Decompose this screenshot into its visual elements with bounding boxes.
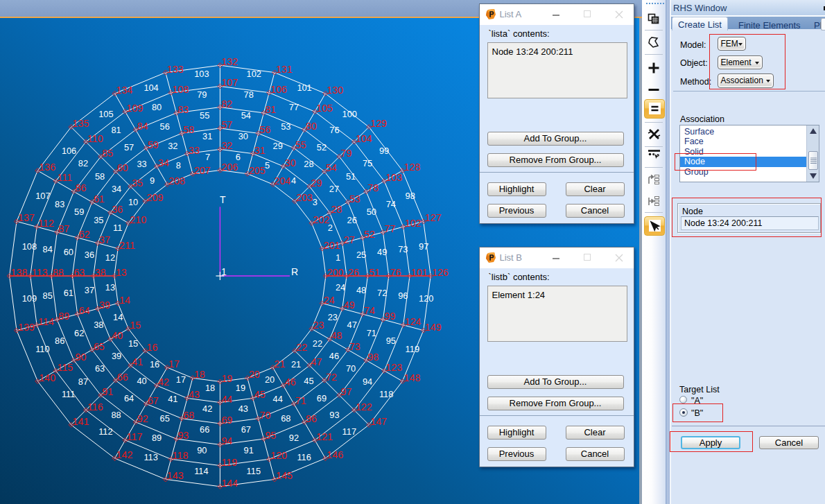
svg-text:26: 26: [347, 215, 357, 225]
svg-text:70: 70: [346, 363, 356, 374]
svg-text:90: 90: [197, 445, 207, 455]
svg-text:83: 83: [177, 104, 189, 115]
svg-text:85: 85: [43, 290, 53, 301]
svg-text:43: 43: [189, 389, 200, 400]
svg-text:61: 61: [64, 288, 73, 298]
svg-text:73: 73: [398, 244, 408, 254]
svg-text:62: 62: [79, 229, 90, 240]
svg-text:84: 84: [137, 121, 148, 132]
svg-text:124: 124: [405, 316, 422, 327]
svg-text:15: 15: [130, 320, 141, 331]
svg-text:144: 144: [221, 478, 238, 489]
svg-text:122: 122: [356, 401, 372, 412]
svg-text:102: 102: [247, 69, 261, 79]
svg-text:5: 5: [265, 160, 270, 171]
svg-text:89: 89: [58, 311, 69, 322]
svg-text:111: 111: [62, 389, 75, 399]
svg-text:123: 123: [385, 362, 402, 373]
svg-text:10: 10: [128, 197, 138, 207]
svg-text:24: 24: [336, 282, 345, 293]
svg-text:92: 92: [137, 413, 148, 424]
svg-text:4: 4: [291, 175, 296, 186]
svg-text:132: 132: [221, 56, 238, 67]
svg-text:115: 115: [247, 466, 261, 476]
svg-text:72: 72: [326, 372, 337, 383]
svg-text:66: 66: [200, 424, 209, 435]
svg-text:58: 58: [183, 124, 194, 135]
svg-text:8: 8: [176, 160, 181, 171]
svg-text:114: 114: [38, 316, 54, 327]
svg-text:41: 41: [168, 394, 177, 404]
svg-text:117: 117: [342, 426, 356, 437]
svg-text:55: 55: [295, 139, 306, 150]
svg-text:106: 106: [270, 84, 287, 95]
svg-text:120: 120: [419, 293, 433, 304]
svg-text:108: 108: [22, 241, 37, 252]
svg-text:80: 80: [306, 121, 317, 132]
svg-text:149: 149: [425, 322, 442, 333]
svg-text:46: 46: [285, 376, 296, 388]
svg-text:62: 62: [74, 328, 84, 338]
svg-text:9: 9: [150, 175, 155, 186]
svg-text:78: 78: [367, 182, 379, 193]
svg-text:20: 20: [249, 369, 260, 380]
svg-text:119: 119: [406, 344, 419, 354]
svg-text:75: 75: [363, 158, 372, 168]
svg-text:16: 16: [147, 342, 158, 353]
svg-text:11: 11: [113, 223, 122, 233]
svg-text:17: 17: [176, 374, 186, 385]
svg-text:1: 1: [221, 266, 227, 277]
svg-text:34: 34: [112, 184, 121, 194]
svg-text:76: 76: [390, 267, 401, 278]
svg-text:56: 56: [160, 121, 170, 132]
svg-text:135: 135: [73, 118, 89, 129]
svg-text:44: 44: [221, 394, 232, 405]
svg-text:81: 81: [265, 104, 276, 115]
svg-text:200: 200: [327, 267, 344, 278]
svg-text:46: 46: [329, 351, 339, 361]
svg-text:93: 93: [177, 430, 189, 441]
svg-text:134: 134: [116, 85, 133, 96]
svg-text:138: 138: [11, 267, 28, 278]
svg-text:30: 30: [238, 131, 248, 141]
svg-text:54: 54: [326, 162, 337, 173]
svg-text:143: 143: [167, 470, 184, 481]
svg-text:32: 32: [168, 141, 177, 151]
svg-text:99: 99: [379, 146, 389, 156]
svg-text:36: 36: [85, 250, 94, 260]
svg-text:118: 118: [379, 389, 393, 399]
svg-text:64: 64: [79, 305, 90, 316]
svg-text:21: 21: [291, 359, 301, 370]
svg-text:85: 85: [102, 148, 113, 159]
svg-text:117: 117: [127, 431, 143, 442]
svg-text:18: 18: [194, 369, 205, 380]
svg-text:112: 112: [98, 426, 112, 437]
svg-text:97: 97: [341, 386, 352, 397]
svg-text:39: 39: [99, 299, 110, 311]
svg-text:141: 141: [73, 416, 89, 427]
svg-text:146: 146: [327, 449, 343, 460]
svg-text:50: 50: [367, 207, 376, 217]
svg-text:210: 210: [130, 214, 146, 225]
svg-text:48: 48: [356, 285, 366, 295]
svg-text:43: 43: [238, 403, 248, 414]
svg-text:88: 88: [53, 267, 64, 278]
svg-text:103: 103: [385, 172, 402, 183]
svg-text:42: 42: [202, 403, 212, 414]
svg-text:126: 126: [432, 267, 449, 278]
svg-text:95: 95: [386, 336, 396, 346]
svg-text:121: 121: [316, 431, 333, 442]
svg-text:128: 128: [404, 162, 421, 173]
svg-text:16: 16: [150, 359, 159, 370]
svg-text:113: 113: [32, 267, 48, 278]
svg-text:51: 51: [346, 171, 356, 182]
svg-text:15: 15: [128, 338, 138, 349]
svg-text:87: 87: [58, 223, 69, 234]
svg-text:86: 86: [55, 336, 64, 346]
svg-text:81: 81: [112, 125, 121, 135]
svg-text:104: 104: [356, 133, 372, 144]
svg-text:92: 92: [289, 433, 299, 443]
svg-text:109: 109: [22, 293, 37, 304]
svg-text:145: 145: [276, 470, 293, 481]
svg-text:95: 95: [265, 430, 276, 441]
